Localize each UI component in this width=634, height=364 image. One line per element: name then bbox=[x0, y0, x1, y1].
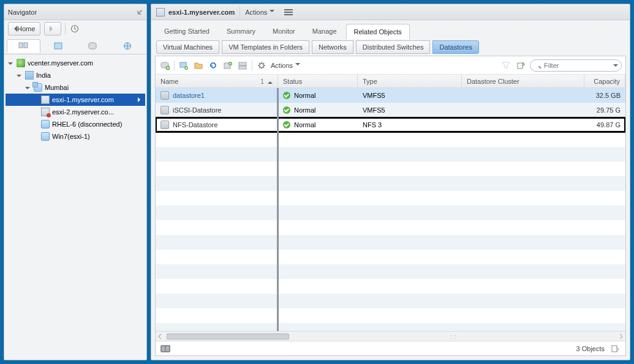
actions-label: Actions bbox=[245, 9, 267, 16]
refresh-icon[interactable] bbox=[208, 60, 219, 71]
tab-related-objects[interactable]: Related Objects bbox=[346, 24, 410, 39]
datacenter-icon bbox=[25, 71, 34, 80]
tree-node-host-1[interactable]: esxi-1.myserver.com bbox=[6, 94, 145, 106]
tree-label: RHEL-6 (disconnected) bbox=[52, 121, 122, 128]
cell-type: VMFS5 bbox=[363, 92, 385, 99]
tree-node-vm-2[interactable]: Win7(esxi-1) bbox=[6, 130, 145, 143]
subtab-dvs[interactable]: Distributed Switches bbox=[356, 40, 431, 54]
register-vm-icon[interactable] bbox=[178, 60, 189, 71]
twisty-icon[interactable] bbox=[8, 60, 14, 66]
home-label: Home bbox=[17, 25, 35, 32]
chevron-right-icon bbox=[138, 97, 143, 102]
horizontal-scrollbar[interactable]: : : bbox=[156, 331, 625, 341]
tab-monitor[interactable]: Monitor bbox=[265, 23, 303, 39]
tab-manage[interactable]: Manage bbox=[304, 23, 345, 39]
cell-name: datastore1 bbox=[173, 92, 205, 99]
grid-header: Name 1 Status Type Datastore Cluster Cap… bbox=[156, 75, 625, 88]
column-status[interactable]: Status bbox=[278, 75, 358, 87]
grid-statusbar: 3 Objects bbox=[156, 341, 625, 355]
subtab-networks[interactable]: Networks bbox=[312, 40, 353, 54]
host-icon bbox=[156, 8, 165, 17]
history-icon[interactable] bbox=[69, 23, 80, 34]
actions-menu[interactable]: Actions bbox=[245, 9, 274, 16]
cell-capacity: 29.75 G bbox=[597, 106, 621, 114]
chevron-down-icon[interactable] bbox=[613, 64, 618, 69]
cell-capacity: 49.87 G bbox=[597, 121, 621, 128]
panel-menu-icon[interactable] bbox=[284, 9, 293, 15]
navigator-title: Navigator bbox=[8, 9, 37, 16]
object-count: 3 Objects bbox=[576, 345, 605, 352]
column-type[interactable]: Type bbox=[358, 75, 462, 87]
toolbar-actions-menu[interactable]: Actions bbox=[271, 62, 300, 69]
view-tab-vms[interactable] bbox=[42, 39, 75, 53]
twisty-icon[interactable] bbox=[17, 72, 23, 78]
tab-getting-started[interactable]: Getting Started bbox=[156, 23, 217, 39]
tree-node-datacenter[interactable]: India bbox=[6, 69, 145, 81]
gear-icon[interactable] bbox=[256, 60, 267, 71]
grid-body[interactable]: datastore1 Normal VMFS5 32.5 GB iSCSI-Da… bbox=[156, 88, 625, 341]
manage-storage-icon[interactable] bbox=[237, 60, 248, 71]
scroll-left-icon[interactable] bbox=[156, 332, 164, 341]
cell-name: NFS-Datastore bbox=[173, 121, 217, 128]
increase-capacity-icon[interactable] bbox=[222, 60, 233, 71]
view-tab-hosts[interactable] bbox=[7, 39, 40, 53]
chevron-down-icon bbox=[270, 10, 274, 15]
table-row[interactable]: datastore1 Normal VMFS5 32.5 GB bbox=[156, 88, 625, 103]
status-ok-icon bbox=[283, 92, 290, 99]
new-datastore-icon[interactable] bbox=[159, 60, 170, 71]
cell-status: Normal bbox=[294, 121, 315, 128]
cell-type: NFS 3 bbox=[363, 121, 382, 128]
tree-node-cluster[interactable]: Mumbai bbox=[6, 81, 145, 94]
pin-icon[interactable] bbox=[135, 7, 144, 16]
export-list-icon[interactable] bbox=[609, 343, 621, 354]
secondary-tabs: Virtual Machines VM Templates in Folders… bbox=[151, 39, 630, 56]
column-resize-handle[interactable] bbox=[277, 88, 279, 331]
scroll-right-icon[interactable] bbox=[617, 332, 625, 341]
cell-status: Normal bbox=[294, 92, 315, 99]
svg-rect-13 bbox=[239, 66, 246, 69]
tree-node-vm-1[interactable]: RHEL-6 (disconnected) bbox=[6, 118, 145, 130]
table-row[interactable]: NFS-Datastore Normal NFS 3 49.87 G bbox=[156, 117, 625, 132]
navigator-panel: Navigator Home bbox=[4, 4, 147, 360]
svg-rect-12 bbox=[239, 62, 246, 65]
inventory-tree[interactable]: vcenter.myserver.com India Mumbai esxi-1… bbox=[4, 54, 146, 360]
export-icon[interactable] bbox=[515, 60, 526, 71]
datastore-icon bbox=[160, 91, 169, 100]
view-tab-storage[interactable] bbox=[76, 39, 110, 53]
vcenter-icon bbox=[17, 59, 25, 67]
view-tab-network[interactable] bbox=[111, 39, 145, 53]
subtab-templates[interactable]: VM Templates in Folders bbox=[222, 40, 309, 54]
host-disconnected-icon bbox=[41, 108, 50, 116]
navigator-header: Navigator bbox=[4, 4, 146, 20]
tree-node-vcenter[interactable]: vcenter.myserver.com bbox=[6, 57, 145, 69]
filter-input[interactable] bbox=[530, 59, 622, 72]
cell-name: iSCSI-Datastore bbox=[173, 106, 221, 114]
cluster-icon bbox=[34, 83, 42, 92]
toolbar-actions-label: Actions bbox=[271, 62, 293, 69]
status-ok-icon bbox=[283, 121, 290, 128]
column-name[interactable]: Name 1 bbox=[156, 75, 278, 87]
tab-summary[interactable]: Summary bbox=[219, 23, 263, 39]
datastore-icon bbox=[160, 121, 169, 129]
find-icon[interactable] bbox=[160, 345, 170, 352]
browse-files-icon[interactable] bbox=[193, 60, 204, 71]
status-ok-icon bbox=[283, 106, 290, 114]
column-cluster[interactable]: Datastore Cluster bbox=[462, 75, 584, 87]
chevron-down-icon bbox=[295, 63, 300, 68]
subtab-vms[interactable]: Virtual Machines bbox=[156, 40, 219, 54]
forward-button[interactable] bbox=[44, 22, 61, 35]
svg-rect-3 bbox=[55, 43, 62, 49]
tree-node-host-2[interactable]: esxi-2.myserver.co... bbox=[6, 106, 145, 118]
inventory-view-tabs bbox=[4, 37, 146, 54]
main-panel: esxi-1.myserver.com Actions Getting Star… bbox=[151, 4, 630, 360]
table-row[interactable]: iSCSI-Datastore Normal VMFS5 29.75 G bbox=[156, 103, 625, 117]
object-header: esxi-1.myserver.com Actions bbox=[151, 4, 630, 20]
twisty-icon[interactable] bbox=[25, 84, 31, 91]
datastore-grid-container: Actions Name 1 Statu bbox=[155, 56, 626, 356]
subtab-datastores[interactable]: Datastores bbox=[432, 40, 478, 54]
back-button[interactable]: Home bbox=[8, 22, 40, 35]
scroll-thumb[interactable] bbox=[167, 333, 289, 340]
filter-icon[interactable] bbox=[500, 60, 511, 71]
column-capacity[interactable]: Capacity bbox=[584, 75, 625, 87]
svg-rect-16 bbox=[612, 346, 617, 352]
